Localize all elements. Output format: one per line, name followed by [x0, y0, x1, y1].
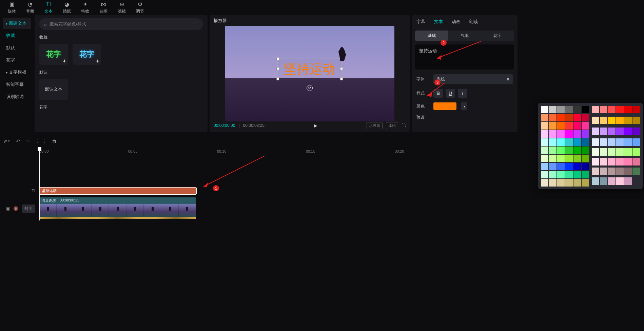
- color-swatch-cell[interactable]: [616, 128, 624, 135]
- tool-adjust[interactable]: ⚙调节: [131, 0, 149, 15]
- tool-effect[interactable]: ✦特效: [76, 0, 94, 15]
- color-swatch-cell[interactable]: [549, 147, 557, 154]
- color-swatch-cell[interactable]: [582, 163, 589, 170]
- resize-handle[interactable]: [276, 57, 279, 60]
- color-swatch-cell[interactable]: [582, 179, 589, 187]
- color-swatch-cell[interactable]: [624, 148, 632, 156]
- color-swatch-cell[interactable]: [549, 179, 557, 187]
- subtab-huazi[interactable]: 花字: [481, 31, 514, 41]
- sidebar-templates[interactable]: 文字模板: [3, 66, 31, 78]
- color-swatch-cell[interactable]: [549, 106, 557, 113]
- text-clip[interactable]: 坚持运动: [39, 187, 197, 195]
- color-swatch-cell[interactable]: [592, 158, 599, 166]
- color-swatch-cell[interactable]: [573, 122, 581, 130]
- subtab-bubble[interactable]: 气泡: [448, 31, 481, 41]
- color-swatch-cell[interactable]: [608, 177, 616, 185]
- color-swatch-cell[interactable]: [549, 122, 557, 130]
- sidebar-smart-subtitle[interactable]: 智能字幕: [3, 79, 31, 90]
- color-swatch-cell[interactable]: [608, 138, 616, 146]
- resize-handle[interactable]: [276, 77, 279, 80]
- color-swatch-cell[interactable]: [582, 155, 589, 162]
- color-swatch-cell[interactable]: [632, 128, 640, 135]
- color-swatch-cell[interactable]: [624, 158, 632, 166]
- sidebar-new-text[interactable]: 新建文本: [3, 18, 31, 29]
- color-swatch-cell[interactable]: [573, 114, 581, 121]
- color-swatch-cell[interactable]: [608, 148, 616, 156]
- tab-read[interactable]: 朗读: [469, 19, 478, 25]
- color-swatch-cell[interactable]: [565, 155, 573, 162]
- color-swatch-cell[interactable]: [616, 158, 624, 166]
- color-swatch-cell[interactable]: [557, 147, 565, 154]
- color-swatch-cell[interactable]: [541, 171, 548, 178]
- tool-audio[interactable]: ◔音频: [21, 0, 39, 15]
- underline-button[interactable]: U: [446, 89, 455, 98]
- color-swatch[interactable]: [433, 102, 456, 110]
- cursor-tool[interactable]: ⬀ ▾: [3, 138, 10, 144]
- color-swatch-cell[interactable]: [549, 171, 557, 178]
- fullscreen-icon[interactable]: ⛶: [402, 123, 406, 128]
- play-button[interactable]: ▶: [314, 123, 317, 128]
- color-swatch-cell[interactable]: [624, 177, 632, 185]
- color-swatch-cell[interactable]: [549, 155, 557, 162]
- color-swatch-cell[interactable]: [541, 122, 548, 130]
- original-button[interactable]: 原始: [386, 122, 398, 129]
- color-swatch-cell[interactable]: [573, 147, 581, 154]
- color-swatch-cell[interactable]: [600, 128, 607, 135]
- color-swatch-cell[interactable]: [608, 106, 616, 113]
- color-swatch-cell[interactable]: [557, 155, 565, 162]
- split-button[interactable]: 〕〔: [36, 138, 46, 144]
- color-swatch-cell[interactable]: [573, 179, 581, 187]
- download-icon[interactable]: ⬇: [63, 59, 66, 63]
- player-stage[interactable]: 坚持运动 ⟳: [214, 26, 406, 121]
- color-swatch-cell[interactable]: [624, 106, 632, 113]
- color-swatch-cell[interactable]: [557, 138, 565, 146]
- color-swatch-cell[interactable]: [592, 177, 599, 185]
- color-swatch-cell[interactable]: [624, 128, 632, 135]
- color-swatch-cell[interactable]: [624, 117, 632, 124]
- color-swatch-cell[interactable]: [632, 106, 640, 113]
- bold-button[interactable]: B: [433, 89, 443, 98]
- color-swatch-cell[interactable]: [608, 168, 616, 175]
- color-swatch-cell[interactable]: [565, 130, 573, 138]
- color-swatch-cell[interactable]: [632, 168, 640, 175]
- color-swatch-cell[interactable]: [600, 177, 607, 185]
- redo-button[interactable]: ↷: [26, 138, 30, 144]
- color-swatch-cell[interactable]: [616, 106, 624, 113]
- tab-text[interactable]: 文本: [434, 19, 443, 25]
- color-swatch-cell[interactable]: [600, 138, 607, 146]
- color-swatch-cell[interactable]: [573, 130, 581, 138]
- color-swatch-cell[interactable]: [592, 117, 599, 124]
- search-input[interactable]: ⌕ 搜索花字颜色/样式: [39, 18, 203, 30]
- color-swatch-cell[interactable]: [565, 163, 573, 170]
- color-swatch-cell[interactable]: [582, 147, 589, 154]
- tool-text[interactable]: TI文本: [39, 0, 58, 15]
- color-swatch-cell[interactable]: [565, 138, 573, 146]
- color-swatch-cell[interactable]: [582, 138, 589, 146]
- color-swatch-cell[interactable]: [557, 130, 565, 138]
- resize-handle[interactable]: [340, 77, 343, 80]
- huazi-preset-2[interactable]: 花字⬇: [73, 44, 101, 65]
- tab-animation[interactable]: 动画: [452, 19, 461, 25]
- color-swatch-cell[interactable]: [600, 106, 607, 113]
- color-swatch-cell[interactable]: [557, 179, 565, 187]
- color-swatch-cell[interactable]: [565, 106, 573, 113]
- color-swatch-cell[interactable]: [592, 148, 599, 156]
- text-overlay-box[interactable]: 坚持运动 ⟳: [277, 58, 342, 79]
- color-swatch-cell[interactable]: [592, 168, 599, 175]
- italic-button[interactable]: I: [458, 89, 467, 98]
- color-swatch-cell[interactable]: [600, 158, 607, 166]
- color-swatch-cell[interactable]: [565, 179, 573, 187]
- cover-button[interactable]: 封面: [22, 205, 35, 213]
- video-preview[interactable]: 坚持运动 ⟳: [225, 26, 394, 121]
- color-swatch-cell[interactable]: [616, 148, 624, 156]
- color-swatch-cell[interactable]: [541, 147, 548, 154]
- color-swatch-cell[interactable]: [557, 163, 565, 170]
- color-swatch-cell[interactable]: [557, 171, 565, 178]
- rotate-icon[interactable]: ⟳: [307, 85, 313, 91]
- color-swatch-cell[interactable]: [632, 158, 640, 166]
- sidebar-favorites[interactable]: 收藏: [3, 30, 31, 41]
- color-swatch-cell[interactable]: [573, 106, 581, 113]
- color-swatch-cell[interactable]: [582, 114, 589, 121]
- color-swatch-cell[interactable]: [616, 168, 624, 175]
- playhead[interactable]: [39, 148, 40, 220]
